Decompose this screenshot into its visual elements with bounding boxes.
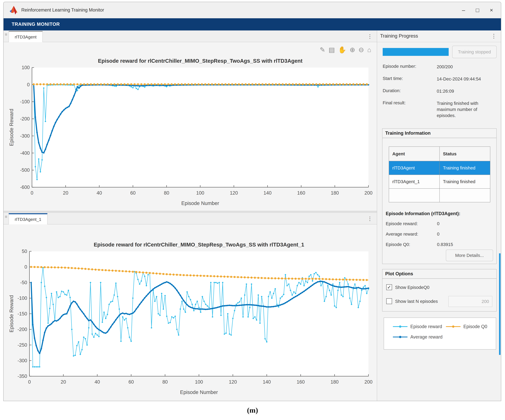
svg-text:Episode reward for rlCentrChil: Episode reward for rlCentrChiller_MIMO_S… [94, 242, 304, 248]
app-window: Reinforcement Learning Training Monitor … [3, 2, 501, 401]
show-episodeq0-checkbox[interactable]: ✓ [386, 284, 392, 290]
svg-text:-300: -300 [18, 358, 27, 363]
svg-text:60: 60 [128, 379, 134, 385]
legend-label: Average reward [410, 334, 442, 340]
svg-text:-600: -600 [20, 185, 30, 190]
svg-text:80: 80 [162, 379, 168, 385]
svg-text:-350: -350 [18, 374, 27, 379]
home-icon[interactable]: ⌂ [367, 46, 371, 54]
plot-options-header: Plot Options [382, 269, 496, 279]
maximize-button[interactable]: □ [470, 2, 485, 18]
episode-q0-value: 0.83915 [437, 242, 453, 247]
status-cell: Training finished [440, 175, 490, 189]
table-row[interactable]: rlTD3Agent_1 Training finished [389, 175, 490, 189]
scrollbar-thumb[interactable] [499, 253, 501, 355]
training-stopped-button[interactable]: Training stopped [452, 46, 497, 58]
agent-cell: rlTD3Agent_1 [389, 175, 440, 189]
start-time-value: 14-Dec-2024 09:44:54 [437, 76, 496, 82]
table-header-row: Agent Status [389, 146, 490, 161]
average-reward-row: Average reward: 0 [386, 231, 418, 237]
start-time-row: Start time: 14-Dec-2024 09:44:54 [383, 76, 403, 81]
svg-text:100: 100 [196, 190, 204, 196]
window-controls: – □ × [456, 2, 499, 18]
title-bar: Reinforcement Learning Training Monitor … [4, 2, 501, 18]
svg-text:80: 80 [164, 190, 169, 196]
svg-text:Episode Reward: Episode Reward [9, 109, 14, 146]
reward-chart-agent2[interactable]: 020406080100120140160180200500-50-100-15… [4, 225, 376, 400]
svg-text:-100: -100 [20, 99, 30, 104]
agent-column-header: Agent [389, 146, 440, 161]
last-n-episodes-input[interactable] [448, 296, 492, 307]
drag-grip-icon[interactable]: ≡ [5, 216, 7, 218]
pan-icon[interactable]: ✋ [338, 46, 346, 54]
episode-reward-value: 0 [437, 221, 439, 226]
final-result-label: Final result: [383, 100, 406, 105]
window-title: Reinforcement Learning Training Monitor [21, 7, 104, 13]
agent-cell: rlTD3Agent [389, 161, 440, 175]
duration-row: Duration: 01:26:09 [383, 88, 401, 93]
training-information-group: Training Information Agent Status rlTD3A… [382, 128, 497, 264]
reward-chart-agent2-svg: 020406080100120140160180200500-50-100-15… [4, 225, 376, 400]
legend-label: Episode reward [410, 324, 442, 329]
more-details-button[interactable]: More Details... [446, 249, 493, 261]
svg-text:0: 0 [25, 264, 27, 270]
episode-q0-row: Episode Q0: 0.83915 [386, 242, 410, 247]
episode-information-title: Episode Information (rlTD3Agent): [386, 211, 460, 216]
panel1-kebab-icon[interactable]: ⋮ [367, 33, 372, 39]
figure-caption: (m) [0, 406, 505, 414]
average-reward-label: Average reward: [386, 231, 418, 236]
tab-rltd3agent-1[interactable]: rlTD3Agent_1 [9, 213, 47, 224]
plot-options-title: Plot Options [385, 271, 413, 276]
episode-number-value: 200/200 [437, 64, 496, 70]
svg-text:-50: -50 [20, 280, 27, 285]
tab-training-monitor[interactable]: TRAINING MONITOR [12, 22, 60, 27]
svg-text:Episode Number: Episode Number [181, 200, 219, 206]
panel-divider[interactable] [4, 211, 377, 213]
svg-text:20: 20 [63, 190, 68, 196]
episode-reward-swatch [393, 326, 408, 327]
show-last-n-label: Show last N episodes [395, 299, 438, 304]
legend-episode-q0: Episode Q0 [446, 324, 487, 329]
show-episodeq0-label: Show EpisodeQ0 [395, 285, 429, 290]
drag-grip-icon[interactable]: ≡ [5, 33, 7, 35]
svg-text:180: 180 [330, 379, 339, 385]
training-progress-header: Training Progress ⋮ [377, 31, 501, 42]
svg-text:0: 0 [27, 82, 30, 87]
reward-chart-agent1[interactable]: 0204060801001201401601802001000-100-200-… [4, 42, 376, 210]
progress-kebab-icon[interactable]: ⋮ [491, 33, 497, 39]
legend-episode-reward: Episode reward [393, 324, 442, 329]
final-result-value: Training finished with maximum number of… [437, 100, 496, 119]
svg-text:Episode Reward: Episode Reward [9, 295, 14, 332]
close-button[interactable]: × [485, 2, 499, 18]
table-row[interactable]: rlTD3Agent Training finished [389, 161, 490, 175]
training-information-header: Training Information [382, 129, 496, 138]
panel-title: Training Progress [380, 33, 418, 39]
tab-label: rlTD3Agent [15, 35, 37, 39]
episode-reward-label: Episode reward: [386, 221, 418, 226]
episode-q0-swatch [446, 326, 461, 327]
final-result-row: Final result: Training finished with max… [383, 100, 406, 105]
zoom-in-icon[interactable]: ⊕ [350, 46, 355, 54]
charts-column: ≡ rlTD3Agent ⋮ 0204060801001201401601802… [4, 31, 377, 401]
minimize-button[interactable]: – [456, 2, 470, 18]
panel2-kebab-icon[interactable]: ⋮ [367, 216, 372, 222]
tab-rltd3agent[interactable]: rlTD3Agent [9, 31, 43, 42]
svg-text:Episode reward for rlCentrChil: Episode reward for rlCentrChiller_MIMO_S… [98, 58, 303, 64]
duration-value: 01:26:09 [437, 88, 496, 94]
svg-text:-100: -100 [18, 295, 27, 301]
svg-text:160: 160 [297, 190, 305, 196]
svg-text:-300: -300 [20, 133, 30, 139]
export-icon[interactable]: ✎ [320, 46, 325, 54]
svg-text:40: 40 [97, 190, 102, 196]
show-last-n-checkbox[interactable] [386, 298, 392, 304]
plot-options-group: Plot Options ✓ Show EpisodeQ0 Show last … [382, 269, 497, 312]
zoom-out-icon[interactable]: ⊖ [359, 46, 364, 54]
ribbon-bar: TRAINING MONITOR [4, 18, 501, 31]
svg-text:-400: -400 [20, 150, 30, 156]
svg-text:120: 120 [230, 190, 238, 196]
datatip-icon[interactable]: ▤ [328, 46, 335, 54]
svg-text:-200: -200 [20, 116, 30, 121]
table-empty-row [389, 189, 490, 202]
svg-text:140: 140 [263, 379, 271, 385]
svg-text:140: 140 [264, 190, 271, 196]
